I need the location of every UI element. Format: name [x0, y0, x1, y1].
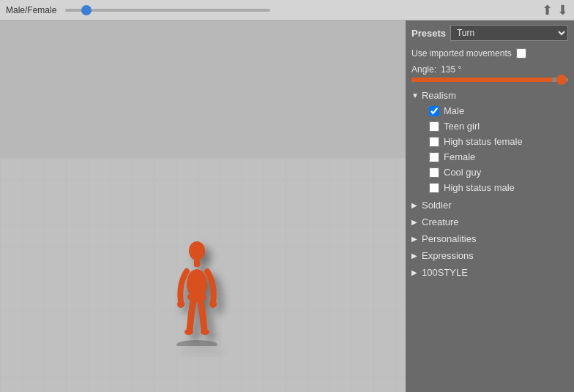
- male-checkbox[interactable]: [429, 106, 439, 116]
- 100style-arrow: [411, 268, 417, 276]
- realism-item-male[interactable]: Male: [406, 103, 574, 118]
- figure-container: [168, 229, 226, 348]
- realism-label: Realism: [422, 90, 456, 101]
- high-status-female-checkbox[interactable]: [429, 137, 439, 147]
- high-status-male-label: High status male: [444, 182, 515, 193]
- viewport: [0, 20, 406, 392]
- male-label: Male: [444, 105, 464, 116]
- expressions-section[interactable]: Expressions: [406, 247, 574, 264]
- high-status-male-checkbox[interactable]: [429, 183, 439, 193]
- realism-header[interactable]: Realism: [406, 88, 574, 103]
- slider-thumb[interactable]: [81, 5, 92, 15]
- angle-label: Angle:: [411, 64, 436, 75]
- upload-up-icon[interactable]: ⬆: [542, 4, 553, 17]
- personalities-section[interactable]: Personalities: [406, 230, 574, 247]
- svg-rect-5: [194, 260, 200, 267]
- upload-down-icon[interactable]: ⬇: [557, 4, 568, 17]
- figure-svg: [168, 229, 226, 346]
- presets-row: Presets Turn Walk Run Idle: [406, 20, 574, 45]
- angle-row: Angle: 135 °: [406, 61, 574, 78]
- female-label: Female: [444, 151, 475, 162]
- soldier-section[interactable]: Soldier: [406, 197, 574, 214]
- angle-slider-track[interactable]: [411, 78, 568, 82]
- female-checkbox[interactable]: [429, 152, 439, 162]
- svg-point-2: [176, 340, 217, 346]
- svg-point-6: [177, 301, 184, 308]
- expressions-arrow: [411, 252, 417, 260]
- 100style-label: 100STYLE: [422, 267, 468, 278]
- upload-icons-group: ⬆ ⬇: [542, 4, 568, 17]
- angle-slider-thumb[interactable]: [556, 75, 567, 85]
- cool-guy-label: Cool guy: [444, 167, 481, 178]
- personalities-arrow: [411, 235, 417, 243]
- realism-item-high-status-male[interactable]: High status male: [406, 180, 574, 195]
- angle-slider-container[interactable]: [406, 78, 574, 86]
- svg-point-9: [201, 329, 209, 335]
- realism-section: Realism Male Teen girl High status femal…: [406, 86, 574, 197]
- teen-girl-checkbox[interactable]: [429, 121, 439, 132]
- creature-section[interactable]: Creature: [406, 214, 574, 230]
- angle-value: 135 °: [441, 64, 461, 75]
- main-area: Presets Turn Walk Run Idle Use imported …: [0, 20, 574, 392]
- right-panel: Presets Turn Walk Run Idle Use imported …: [406, 20, 574, 392]
- realism-item-female[interactable]: Female: [406, 149, 574, 165]
- cool-guy-checkbox[interactable]: [429, 167, 439, 178]
- realism-item-high-status-female[interactable]: High status female: [406, 134, 574, 149]
- expressions-label: Expressions: [422, 250, 474, 261]
- teen-girl-label: Teen girl: [444, 121, 480, 132]
- use-imported-label: Use imported movements: [411, 48, 512, 59]
- angle-slider-fill: [411, 78, 553, 82]
- creature-label: Creature: [422, 216, 459, 227]
- 100style-section[interactable]: 100STYLE: [406, 264, 574, 281]
- svg-point-4: [189, 241, 205, 260]
- high-status-female-label: High status female: [444, 136, 523, 147]
- use-imported-checkbox[interactable]: [516, 48, 526, 59]
- soldier-arrow: [411, 201, 417, 209]
- use-imported-row: Use imported movements: [406, 45, 574, 61]
- svg-point-10: [187, 292, 206, 302]
- presets-select[interactable]: Turn Walk Run Idle: [450, 25, 568, 41]
- soldier-label: Soldier: [422, 200, 451, 211]
- slider-label: Male/Female: [6, 5, 56, 15]
- realism-item-cool-guy[interactable]: Cool guy: [406, 165, 574, 180]
- top-bar: Male/Female ⬆ ⬇: [0, 0, 574, 20]
- realism-item-teen-girl[interactable]: Teen girl: [406, 118, 574, 134]
- personalities-label: Personalities: [422, 233, 476, 244]
- male-female-slider[interactable]: [65, 9, 270, 12]
- presets-label: Presets: [411, 28, 446, 39]
- svg-point-7: [209, 301, 217, 308]
- realism-arrow: [411, 91, 419, 99]
- svg-point-8: [184, 329, 193, 335]
- creature-arrow: [411, 218, 417, 226]
